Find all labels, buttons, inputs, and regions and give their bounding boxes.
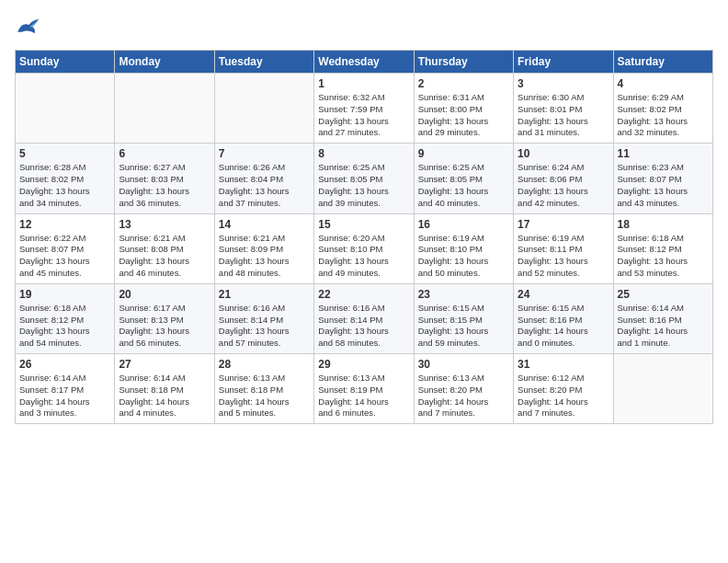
weekday-header-saturday: Saturday [613,51,712,74]
calendar-cell: 27Sunrise: 6:14 AM Sunset: 8:18 PM Dayli… [115,354,214,424]
day-info: Sunrise: 6:22 AM Sunset: 8:07 PM Dayligh… [19,233,110,280]
day-number: 8 [318,147,409,160]
weekday-header-thursday: Thursday [414,51,513,74]
day-number: 3 [518,77,609,90]
day-number: 20 [119,288,210,301]
day-number: 24 [518,288,609,301]
week-row-1: 1Sunrise: 6:32 AM Sunset: 7:59 PM Daylig… [16,74,713,144]
day-info: Sunrise: 6:18 AM Sunset: 8:12 PM Dayligh… [618,233,709,280]
calendar-cell: 15Sunrise: 6:20 AM Sunset: 8:10 PM Dayli… [314,213,414,283]
calendar-cell: 26Sunrise: 6:14 AM Sunset: 8:17 PM Dayli… [16,354,115,424]
day-number: 9 [418,147,509,160]
calendar-cell: 22Sunrise: 6:16 AM Sunset: 8:14 PM Dayli… [314,283,414,353]
calendar-cell: 17Sunrise: 6:19 AM Sunset: 8:11 PM Dayli… [514,213,613,283]
day-number: 5 [19,147,110,160]
day-number: 17 [518,218,609,231]
day-info: Sunrise: 6:27 AM Sunset: 8:03 PM Dayligh… [119,162,210,209]
calendar-cell: 24Sunrise: 6:15 AM Sunset: 8:16 PM Dayli… [514,283,613,353]
day-info: Sunrise: 6:19 AM Sunset: 8:10 PM Dayligh… [418,233,509,280]
calendar-cell: 31Sunrise: 6:12 AM Sunset: 8:20 PM Dayli… [514,354,613,424]
calendar-cell: 10Sunrise: 6:24 AM Sunset: 8:06 PM Dayli… [514,144,613,213]
day-info: Sunrise: 6:12 AM Sunset: 8:20 PM Dayligh… [518,373,609,419]
day-number: 29 [318,358,409,371]
week-row-5: 26Sunrise: 6:14 AM Sunset: 8:17 PM Dayli… [16,354,713,424]
calendar-cell: 7Sunrise: 6:26 AM Sunset: 8:04 PM Daylig… [214,144,313,213]
day-number: 6 [119,147,210,160]
day-number: 19 [19,288,110,301]
calendar-cell: 1Sunrise: 6:32 AM Sunset: 7:59 PM Daylig… [314,74,414,144]
day-number: 22 [318,288,409,301]
day-info: Sunrise: 6:20 AM Sunset: 8:10 PM Dayligh… [318,233,409,280]
day-number: 31 [518,358,609,371]
calendar-cell: 28Sunrise: 6:13 AM Sunset: 8:18 PM Dayli… [214,354,313,424]
day-info: Sunrise: 6:21 AM Sunset: 8:09 PM Dayligh… [219,233,310,280]
day-number: 10 [518,147,609,160]
calendar-cell: 14Sunrise: 6:21 AM Sunset: 8:09 PM Dayli… [214,213,313,283]
calendar-cell [115,74,214,144]
day-info: Sunrise: 6:30 AM Sunset: 8:01 PM Dayligh… [518,92,609,139]
day-info: Sunrise: 6:26 AM Sunset: 8:04 PM Dayligh… [219,162,310,209]
logo-icon [15,15,40,40]
day-info: Sunrise: 6:14 AM Sunset: 8:17 PM Dayligh… [19,373,110,419]
calendar-cell: 20Sunrise: 6:17 AM Sunset: 8:13 PM Dayli… [115,283,214,353]
calendar-cell: 21Sunrise: 6:16 AM Sunset: 8:14 PM Dayli… [214,283,313,353]
week-row-4: 19Sunrise: 6:18 AM Sunset: 8:12 PM Dayli… [16,283,713,353]
day-info: Sunrise: 6:31 AM Sunset: 8:00 PM Dayligh… [418,92,509,139]
weekday-header-monday: Monday [115,51,214,74]
calendar-cell: 13Sunrise: 6:21 AM Sunset: 8:08 PM Dayli… [115,213,214,283]
day-number: 1 [318,77,409,90]
calendar-cell [214,74,313,144]
weekday-header-sunday: Sunday [16,51,115,74]
day-info: Sunrise: 6:21 AM Sunset: 8:08 PM Dayligh… [119,233,210,280]
calendar-table: SundayMondayTuesdayWednesdayThursdayFrid… [15,50,713,424]
calendar-cell: 11Sunrise: 6:23 AM Sunset: 8:07 PM Dayli… [613,144,712,213]
day-number: 26 [19,358,110,371]
day-number: 11 [618,147,709,160]
calendar-cell: 8Sunrise: 6:25 AM Sunset: 8:05 PM Daylig… [314,144,414,213]
day-info: Sunrise: 6:14 AM Sunset: 8:16 PM Dayligh… [618,303,709,350]
day-info: Sunrise: 6:17 AM Sunset: 8:13 PM Dayligh… [119,303,210,350]
day-info: Sunrise: 6:18 AM Sunset: 8:12 PM Dayligh… [19,303,110,350]
day-number: 13 [119,218,210,231]
day-info: Sunrise: 6:13 AM Sunset: 8:18 PM Dayligh… [219,373,310,419]
day-number: 30 [418,358,509,371]
day-info: Sunrise: 6:24 AM Sunset: 8:06 PM Dayligh… [518,162,609,209]
weekday-header-tuesday: Tuesday [214,51,313,74]
day-number: 21 [219,288,310,301]
day-number: 2 [418,77,509,90]
day-info: Sunrise: 6:25 AM Sunset: 8:05 PM Dayligh… [418,162,509,209]
day-info: Sunrise: 6:13 AM Sunset: 8:19 PM Dayligh… [318,373,409,419]
calendar-cell: 18Sunrise: 6:18 AM Sunset: 8:12 PM Dayli… [613,213,712,283]
day-number: 27 [119,358,210,371]
day-number: 28 [219,358,310,371]
week-row-3: 12Sunrise: 6:22 AM Sunset: 8:07 PM Dayli… [16,213,713,283]
day-info: Sunrise: 6:14 AM Sunset: 8:18 PM Dayligh… [119,373,210,419]
day-info: Sunrise: 6:15 AM Sunset: 8:15 PM Dayligh… [418,303,509,350]
day-number: 18 [618,218,709,231]
day-number: 15 [318,218,409,231]
day-info: Sunrise: 6:25 AM Sunset: 8:05 PM Dayligh… [318,162,409,209]
day-info: Sunrise: 6:15 AM Sunset: 8:16 PM Dayligh… [518,303,609,350]
day-number: 23 [418,288,509,301]
day-info: Sunrise: 6:19 AM Sunset: 8:11 PM Dayligh… [518,233,609,280]
calendar-cell: 9Sunrise: 6:25 AM Sunset: 8:05 PM Daylig… [414,144,513,213]
day-number: 4 [618,77,709,90]
day-info: Sunrise: 6:28 AM Sunset: 8:02 PM Dayligh… [19,162,110,209]
calendar-cell: 6Sunrise: 6:27 AM Sunset: 8:03 PM Daylig… [115,144,214,213]
calendar-cell [613,354,712,424]
day-number: 12 [19,218,110,231]
day-info: Sunrise: 6:16 AM Sunset: 8:14 PM Dayligh… [318,303,409,350]
day-info: Sunrise: 6:32 AM Sunset: 7:59 PM Dayligh… [318,92,409,139]
day-number: 25 [618,288,709,301]
calendar-cell: 19Sunrise: 6:18 AM Sunset: 8:12 PM Dayli… [16,283,115,353]
calendar-cell: 4Sunrise: 6:29 AM Sunset: 8:02 PM Daylig… [613,74,712,144]
day-number: 16 [418,218,509,231]
day-number: 7 [219,147,310,160]
day-number: 14 [219,218,310,231]
calendar-cell: 29Sunrise: 6:13 AM Sunset: 8:19 PM Dayli… [314,354,414,424]
header [15,15,713,40]
day-info: Sunrise: 6:29 AM Sunset: 8:02 PM Dayligh… [618,92,709,139]
page: SundayMondayTuesdayWednesdayThursdayFrid… [0,0,728,563]
weekday-header-wednesday: Wednesday [314,51,414,74]
calendar-cell: 5Sunrise: 6:28 AM Sunset: 8:02 PM Daylig… [16,144,115,213]
